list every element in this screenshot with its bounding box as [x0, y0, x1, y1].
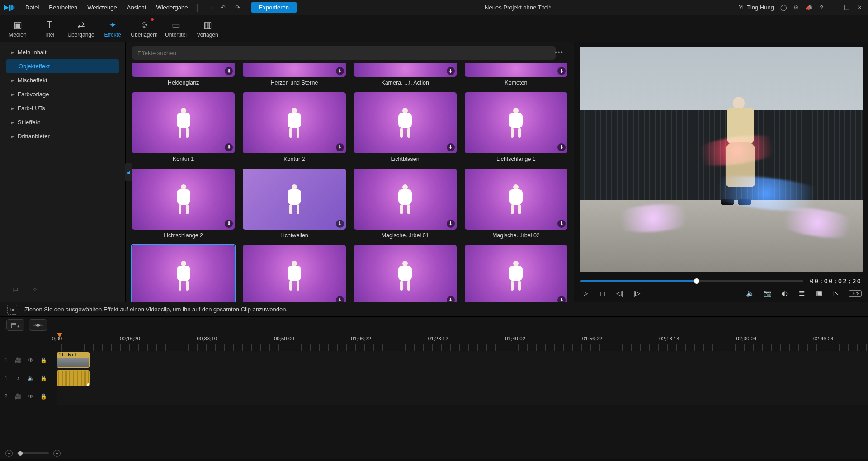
video-track-icon[interactable]: 🎥 — [14, 393, 22, 400]
sidebar-item-objekteffekt[interactable]: Objekteffekt — [6, 59, 119, 73]
effect-item[interactable]: ⬇Lichtschlange 1 — [465, 92, 567, 162]
visibility-icon[interactable]: 👁 — [27, 357, 34, 363]
aspect-ratio-badge[interactable]: 16:9 — [849, 290, 862, 297]
download-icon[interactable]: ⬇ — [225, 67, 233, 75]
stop-icon[interactable]: □ — [598, 288, 608, 298]
download-icon[interactable]: ⬇ — [225, 220, 233, 228]
save-icon[interactable]: ▭ — [203, 2, 214, 13]
search-box[interactable] — [132, 46, 556, 60]
scrub-handle-icon[interactable] — [694, 278, 699, 284]
menu-play[interactable]: Wiedergabe — [151, 2, 192, 13]
sidebar-item-farbvorlage[interactable]: ▶Farbvorlage — [6, 87, 119, 101]
lock-icon[interactable]: 🔒 — [40, 357, 47, 363]
download-icon[interactable]: ⬇ — [447, 220, 455, 228]
library-options-icon[interactable]: ••• — [555, 49, 564, 56]
snapshot-icon[interactable]: 📷 — [763, 288, 773, 298]
effect-item[interactable]: ⬇Kamera, ...t, Action — [354, 63, 457, 86]
volume-icon[interactable]: 🔈 — [745, 288, 755, 298]
playhead-line[interactable] — [57, 338, 57, 441]
download-icon[interactable]: ⬇ — [557, 67, 566, 75]
download-icon[interactable]: ⬇ — [336, 143, 344, 151]
download-icon[interactable]: ⬇ — [336, 296, 344, 302]
track-lane[interactable] — [57, 387, 868, 405]
help-icon[interactable]: ? — [817, 3, 826, 12]
close-icon[interactable]: ✕ — [855, 3, 864, 12]
tab-overlay[interactable]: ☺Überlagern — [128, 15, 160, 42]
collapse-sidebar-icon[interactable]: ◀ — [125, 163, 132, 181]
tag-icon[interactable]: ⟡ — [29, 284, 40, 295]
effect-item[interactable]: ⬇Partikel - Sterne — [354, 245, 457, 302]
menu-view[interactable]: Ansicht — [123, 2, 151, 13]
download-icon[interactable]: ⬇ — [447, 67, 455, 75]
export-button[interactable]: Exportieren — [251, 2, 297, 13]
sidebar-item-drittanbieter[interactable]: ▶Drittanbieter — [6, 129, 119, 143]
download-icon[interactable]: ⬇ — [447, 296, 455, 302]
lock-icon[interactable]: 🔒 — [40, 393, 47, 400]
lock-icon[interactable]: 🔒 — [40, 375, 47, 381]
download-icon[interactable]: ⬇ — [336, 220, 344, 228]
effect-item[interactable]: ⬇Schatten — [465, 245, 567, 302]
audio-track-icon[interactable]: ♪ — [14, 375, 22, 381]
zoom-handle-icon[interactable] — [18, 451, 23, 456]
clip-handle-icon[interactable] — [87, 383, 90, 386]
visibility-icon[interactable]: 👁 — [27, 393, 34, 400]
zoom-in-icon[interactable]: + — [53, 450, 61, 457]
timeline-ruler[interactable]: 0;00 00;16;20 00;33;10 00;50;00 01;06;22… — [57, 333, 868, 351]
download-icon[interactable]: ⬇ — [225, 143, 233, 151]
account-icon[interactable]: ◯ — [779, 3, 788, 12]
mute-icon[interactable]: 🔈 — [27, 375, 34, 381]
zoom-slider[interactable] — [17, 452, 49, 454]
tab-effects[interactable]: ✦Effekte — [97, 15, 128, 42]
download-icon[interactable]: ⬇ — [557, 220, 566, 228]
list-icon[interactable]: ☰ — [797, 288, 807, 298]
effect-item[interactable]: ⬇Kontur 1 — [132, 92, 235, 162]
gear-icon[interactable]: ⚙ — [792, 3, 801, 12]
tag-add-icon[interactable]: 🏷 — [9, 284, 20, 295]
sidebar-item-myinhalt[interactable]: ▶Mein Inhalt — [6, 45, 119, 59]
menu-file[interactable]: Datei — [21, 2, 43, 13]
undo-icon[interactable]: ↶ — [218, 2, 229, 13]
menu-edit[interactable]: Bearbeiten — [44, 2, 82, 13]
popout-icon[interactable]: ⇱ — [831, 288, 841, 298]
minimize-icon[interactable]: — — [830, 3, 839, 12]
snap-button[interactable]: ⇥⇤ — [29, 319, 47, 331]
effect-item[interactable]: ⬇Lichtschlange 2 — [132, 169, 235, 239]
sidebar-item-farb-luts[interactable]: ▶Farb-LUTs — [6, 101, 119, 115]
effect-item[interactable]: ⬇Kontur 2 — [243, 92, 345, 162]
effect-item-selected[interactable]: Magische...irbel 03 — [132, 245, 235, 302]
effect-item[interactable]: ⬇Heldenglanz — [132, 63, 235, 86]
menu-tools[interactable]: Werkzeuge — [83, 2, 122, 13]
video-track-icon[interactable]: 🎥 — [14, 357, 22, 363]
audio-clip[interactable] — [57, 370, 90, 386]
zoom-out-icon[interactable]: − — [5, 450, 13, 457]
crop-icon[interactable]: ▣ — [814, 288, 824, 298]
sidebar-item-stileffekt[interactable]: ▶Stileffekt — [6, 115, 119, 129]
effect-item[interactable]: ⬇Kometen — [465, 63, 567, 86]
effect-item[interactable]: ⬇Herzen und Sterne — [243, 63, 345, 86]
redo-icon[interactable]: ↷ — [232, 2, 243, 13]
track-lane[interactable]: 1.body eff — [57, 351, 868, 369]
track-lane[interactable] — [57, 369, 868, 387]
quality-icon[interactable]: ◐ — [780, 288, 790, 298]
effect-item[interactable]: ⬇Magische...irbel 02 — [465, 169, 567, 239]
tab-transitions[interactable]: ⇄Übergänge — [65, 15, 97, 42]
sidebar-item-mischeffekt[interactable]: ▶Mischeffekt — [6, 73, 119, 87]
download-icon[interactable]: ⬇ — [557, 296, 566, 302]
download-icon[interactable]: ⬇ — [557, 143, 566, 151]
preview-canvas[interactable] — [580, 47, 863, 272]
next-frame-icon[interactable]: |▷ — [632, 288, 642, 298]
download-icon[interactable]: ⬇ — [447, 143, 455, 151]
effect-item[interactable]: ⬇Lichtwellen — [243, 169, 345, 239]
search-input[interactable] — [137, 50, 550, 56]
effect-item[interactable]: ⬇Marschi... Ameisen — [243, 245, 345, 302]
megaphone-icon[interactable]: 📣 — [804, 3, 813, 12]
effect-item[interactable]: ⬇Lichtblasen — [354, 92, 457, 162]
prev-frame-icon[interactable]: ◁| — [615, 288, 625, 298]
download-icon[interactable]: ⬇ — [336, 67, 344, 75]
track-manager-button[interactable]: ▤₊ — [6, 319, 24, 331]
video-clip[interactable]: 1.body eff — [57, 352, 90, 368]
effect-item[interactable]: ⬇Magische...irbel 01 — [354, 169, 457, 239]
scrub-track[interactable] — [580, 280, 803, 282]
tab-title[interactable]: TTitel — [33, 15, 65, 42]
tab-subtitles[interactable]: ▭Untertitel — [160, 15, 192, 42]
